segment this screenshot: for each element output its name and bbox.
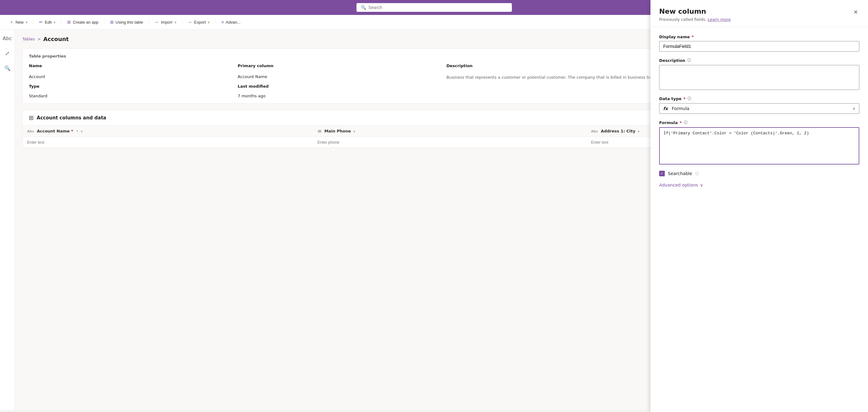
using-table-button[interactable]: ⊞ Using this table <box>107 18 146 26</box>
searchable-row: ✓ Searchable ⓘ <box>659 171 859 176</box>
col-main-phone-label: Main Phone <box>324 129 351 134</box>
share-icon: ⤢ <box>5 50 10 57</box>
breadcrumb-separator: > <box>37 37 41 41</box>
toolbar-divider-6 <box>215 19 216 25</box>
search-input[interactable] <box>369 5 507 10</box>
search-icon: 🔍 <box>361 5 366 10</box>
col-account-name-label: Account Name <box>37 129 70 134</box>
plus-icon: ＋ <box>9 19 14 25</box>
advanced-icon: ≡ <box>221 20 224 25</box>
panel-body: Display name * Description ⓘ Data type *… <box>650 27 868 195</box>
display-name-required: * <box>692 34 694 39</box>
description-label: Description ⓘ <box>659 58 859 63</box>
data-type-required: * <box>683 96 686 101</box>
meta-name-value: Account <box>29 74 233 79</box>
toolbar-divider-1 <box>33 19 34 25</box>
description-info-icon[interactable]: ⓘ <box>687 58 691 63</box>
import-button[interactable]: ↔ Import ∨ <box>152 18 180 26</box>
breadcrumb-tables[interactable]: Tables <box>22 37 35 41</box>
fx-icon: fx <box>663 106 668 111</box>
meta-type-label: Type <box>29 84 233 89</box>
import-chevron: ∨ <box>174 21 177 24</box>
display-name-label: Display name * <box>659 34 859 39</box>
formula-textarea[interactable]: If('Primary Contact'.Color = 'Color (Con… <box>659 127 859 165</box>
new-chevron: ∨ <box>26 21 28 24</box>
toolbar-divider-2 <box>61 19 62 25</box>
sidebar-icon-search[interactable]: 🔍 <box>2 63 12 73</box>
cell-main-phone[interactable] <box>313 137 586 148</box>
account-name-input[interactable] <box>27 140 309 145</box>
filter-icon-1[interactable]: ∨ <box>81 130 83 133</box>
advanced-options[interactable]: Advanced options ∨ <box>659 182 859 187</box>
formula-label: Formula * ⓘ <box>659 120 859 125</box>
data-card-icon: ⊞ <box>29 114 34 121</box>
description-group: Description ⓘ <box>659 58 859 90</box>
edit-chevron: ∨ <box>54 21 56 24</box>
searchable-label: Searchable <box>668 171 692 176</box>
panel-subtitle-text: Previously called fields. <box>659 17 706 22</box>
filter-icon-2[interactable]: ∨ <box>353 130 355 133</box>
abc-icon: Abc <box>3 35 12 41</box>
formula-required: * <box>680 120 682 125</box>
export-icon: ↔ <box>188 20 192 25</box>
sidebar: Abc ⤢ 🔍 <box>0 30 15 410</box>
export-button[interactable]: ↔ Export ∨ <box>185 18 213 26</box>
import-icon: ↔ <box>155 20 159 25</box>
formula-info-icon[interactable]: ⓘ <box>684 120 687 125</box>
col-abc-icon-1: Abc <box>27 129 34 134</box>
col-address-city-label: Address 1: City <box>601 129 635 134</box>
check-icon: ✓ <box>660 171 663 176</box>
advanced-options-chevron-icon: ∨ <box>700 182 703 187</box>
col-main-phone[interactable]: ☎ Main Phone ∨ <box>313 126 586 137</box>
meta-type-value: Standard <box>29 94 233 98</box>
panel-header-content: New column Previously called fields. Lea… <box>659 7 731 22</box>
main-phone-input[interactable] <box>317 140 582 145</box>
data-card-title: Account columns and data <box>37 115 106 121</box>
col-phone-icon: ☎ <box>317 129 322 134</box>
sidebar-icon-abc[interactable]: Abc <box>2 33 12 43</box>
sidebar-icon-share[interactable]: ⤢ <box>2 48 12 58</box>
data-type-select[interactable]: fx Formula ∨ <box>659 103 859 114</box>
edit-button[interactable]: ✏ Edit ∨ <box>36 18 59 26</box>
description-textarea[interactable] <box>659 65 859 90</box>
data-type-group: Data type * ⓘ fx Formula ∨ <box>659 96 859 114</box>
meta-primary-value: Account Name <box>238 74 442 79</box>
create-app-button[interactable]: ⊞ Create an app <box>64 18 101 26</box>
toolbar-divider-4 <box>149 19 149 25</box>
advanced-button[interactable]: ≡ Advan... <box>218 18 244 26</box>
new-column-panel: New column Previously called fields. Lea… <box>650 0 868 412</box>
searchable-info-icon[interactable]: ⓘ <box>695 171 699 176</box>
edit-icon: ✏ <box>39 20 43 25</box>
data-type-value-display: fx Formula <box>663 106 689 111</box>
formula-group: Formula * ⓘ If('Primary Contact'.Color =… <box>659 120 859 165</box>
data-type-label: Data type * ⓘ <box>659 96 859 101</box>
using-table-icon: ⊞ <box>110 20 114 25</box>
panel-close-button[interactable]: ✕ <box>852 7 859 17</box>
meta-lastmod-value: 7 months ago <box>238 94 442 98</box>
col-account-name[interactable]: Abc Account Name * ↑ ∨ <box>23 126 313 137</box>
col-required-star: * <box>71 129 73 134</box>
meta-name-label: Name <box>29 63 233 69</box>
meta-lastmod-label: Last modified <box>238 84 442 89</box>
searchable-checkbox[interactable]: ✓ <box>659 171 665 176</box>
cell-account-name[interactable] <box>23 137 313 148</box>
col-abc-icon-2: Abc <box>591 129 598 134</box>
table-properties-title: Table properties <box>29 54 66 58</box>
sort-icon[interactable]: ↑ <box>76 130 78 133</box>
learn-more-link[interactable]: Learn more <box>708 17 731 22</box>
toolbar-divider-5 <box>182 19 182 25</box>
search-box[interactable]: 🔍 <box>356 3 512 12</box>
new-button[interactable]: ＋ New ∨ <box>6 18 31 27</box>
export-chevron: ∨ <box>208 21 210 24</box>
meta-primary-label: Primary column <box>238 63 442 69</box>
data-type-chevron-icon: ∨ <box>852 106 855 111</box>
filter-icon-3[interactable]: ∨ <box>638 130 640 133</box>
breadcrumb-current: Account <box>43 36 69 42</box>
data-type-info-icon[interactable]: ⓘ <box>687 96 691 101</box>
panel-title: New column <box>659 7 731 15</box>
toolbar-divider-3 <box>104 19 104 25</box>
panel-header: New column Previously called fields. Lea… <box>650 0 868 27</box>
display-name-input[interactable] <box>659 41 859 52</box>
magnify-icon: 🔍 <box>4 65 10 71</box>
display-name-group: Display name * <box>659 34 859 52</box>
